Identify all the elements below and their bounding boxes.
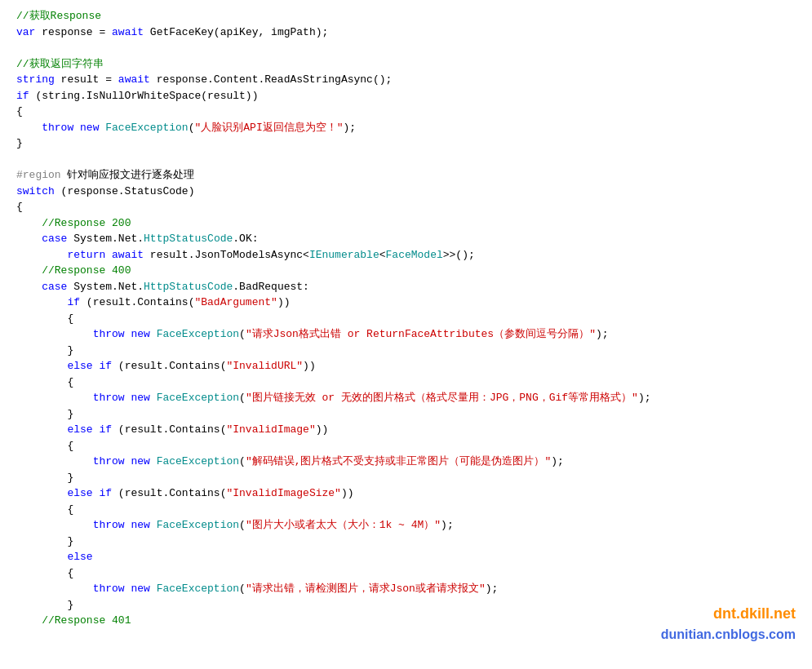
code-line: if (string.IsNullOrWhiteSpace(result)) xyxy=(16,88,796,104)
code-line: throw new FaceException("图片链接无效 or 无效的图片… xyxy=(16,390,796,406)
code-line: case System.Net.HttpStatusCode.BadReques… xyxy=(16,279,796,295)
code-line: //Response 400 xyxy=(16,263,796,279)
code-lines: //获取Responsevar response = await GetFace… xyxy=(16,8,796,629)
code-line: { xyxy=(16,199,796,215)
code-line: throw new FaceException("解码错误,图片格式不受支持或非… xyxy=(16,454,796,470)
code-line: { xyxy=(16,438,796,454)
code-container: //获取Responsevar response = await GetFace… xyxy=(0,0,812,669)
code-line: //Response 200 xyxy=(16,215,796,232)
code-line: } xyxy=(16,343,796,359)
code-line: case System.Net.HttpStatusCode.OK: xyxy=(16,231,796,247)
code-line: throw new FaceException("图片大小或者太大（大小：1k … xyxy=(16,517,796,534)
watermark-line2: dunitian.cnblogs.com xyxy=(661,625,796,645)
code-line: if (result.Contains("BadArgument")) xyxy=(16,295,796,311)
code-line: { xyxy=(16,565,796,582)
code-line: throw new FaceException("人脸识别API返回信息为空！"… xyxy=(16,120,796,136)
code-line: //获取返回字符串 xyxy=(16,56,796,73)
code-line: } xyxy=(16,406,796,423)
code-line xyxy=(16,152,796,168)
code-line: //获取Response xyxy=(16,8,796,24)
code-line: throw new FaceException("请求Json格式出错 or R… xyxy=(16,326,796,343)
code-line: { xyxy=(16,374,796,391)
code-line: throw new FaceException("请求出错，请检测图片，请求Js… xyxy=(16,581,796,597)
code-line: } xyxy=(16,470,796,486)
code-line xyxy=(16,40,796,56)
code-line: { xyxy=(16,502,796,518)
code-line: string result = await response.Content.R… xyxy=(16,72,796,88)
code-line: else xyxy=(16,549,796,565)
code-line: #region 针对响应报文进行逐条处理 xyxy=(16,167,796,184)
code-line: else if (result.Contains("InvalidURL")) xyxy=(16,358,796,374)
code-line: else if (result.Contains("InvalidImage")… xyxy=(16,422,796,438)
watermark: dnt.dkill.net dunitian.cnblogs.com xyxy=(661,603,796,645)
code-line: } xyxy=(16,135,796,152)
code-line: else if (result.Contains("InvalidImageSi… xyxy=(16,485,796,502)
code-line: var response = await GetFaceKey(apiKey, … xyxy=(16,24,796,41)
code-line: { xyxy=(16,104,796,120)
code-line: } xyxy=(16,534,796,550)
code-line: switch (response.StatusCode) xyxy=(16,184,796,200)
code-line: return await result.JsonToModelsAsync<IE… xyxy=(16,247,796,264)
code-line: { xyxy=(16,311,796,327)
watermark-line1: dnt.dkill.net xyxy=(661,603,796,625)
